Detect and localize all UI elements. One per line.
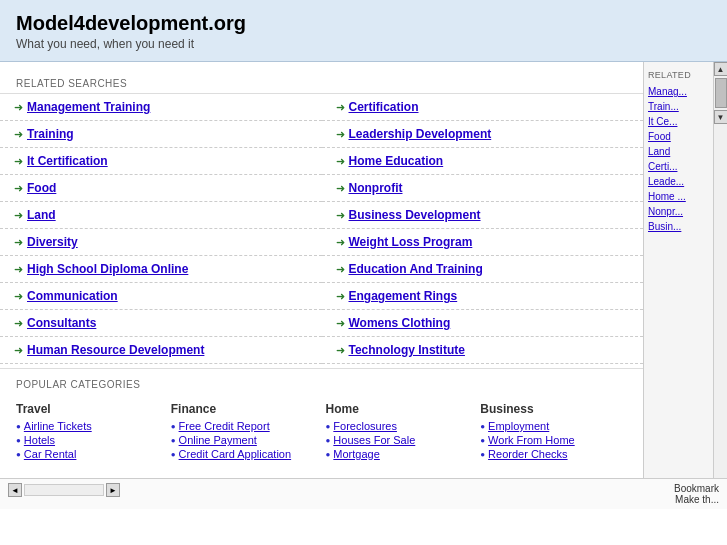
popular-item[interactable]: ●Hotels — [16, 434, 163, 446]
popular-item[interactable]: ●Work From Home — [480, 434, 627, 446]
popular-link-0-2[interactable]: Car Rental — [24, 448, 77, 460]
right-panel-link-8[interactable]: Nonpr... — [648, 206, 709, 217]
arrow-icon: ➜ — [336, 101, 345, 114]
site-title: Model4development.org — [16, 12, 711, 35]
link-right-9[interactable]: Technology Institute — [349, 343, 465, 357]
link-left-6[interactable]: High School Diploma Online — [27, 262, 188, 276]
link-left-5[interactable]: Diversity — [27, 235, 78, 249]
link-right-1[interactable]: Leadership Development — [349, 127, 492, 141]
link-cell-left[interactable]: ➜Human Resource Development — [0, 337, 322, 364]
popular-link-2-0[interactable]: Foreclosures — [333, 420, 397, 432]
popular-link-1-2[interactable]: Credit Card Application — [179, 448, 292, 460]
link-right-4[interactable]: Business Development — [349, 208, 481, 222]
right-panel-link-1[interactable]: Train... — [648, 101, 709, 112]
link-right-8[interactable]: Womens Clothing — [349, 316, 451, 330]
popular-link-2-2[interactable]: Mortgage — [333, 448, 379, 460]
link-right-2[interactable]: Home Education — [349, 154, 444, 168]
popular-col-3: Business●Employment●Work From Home●Reord… — [480, 402, 627, 462]
link-cell-right[interactable]: ➜Technology Institute — [322, 337, 644, 364]
link-cell-left[interactable]: ➜Diversity — [0, 229, 322, 256]
scroll-right-button[interactable]: ► — [106, 483, 120, 497]
link-right-5[interactable]: Weight Loss Program — [349, 235, 473, 249]
arrow-icon: ➜ — [14, 155, 23, 168]
popular-item[interactable]: ●Houses For Sale — [326, 434, 473, 446]
link-right-3[interactable]: Nonprofit — [349, 181, 403, 195]
link-cell-left[interactable]: ➜Consultants — [0, 310, 322, 337]
popular-item[interactable]: ●Mortgage — [326, 448, 473, 460]
category-name: Finance — [171, 402, 318, 416]
popular-link-2-1[interactable]: Houses For Sale — [333, 434, 415, 446]
link-cell-left[interactable]: ➜Communication — [0, 283, 322, 310]
link-left-8[interactable]: Consultants — [27, 316, 96, 330]
link-cell-left[interactable]: ➜Land — [0, 202, 322, 229]
arrow-icon: ➜ — [336, 236, 345, 249]
link-cell-left[interactable]: ➜It Certification — [0, 148, 322, 175]
link-cell-right[interactable]: ➜Certification — [322, 94, 644, 121]
popular-grid: Travel●Airline Tickets●Hotels●Car Rental… — [16, 402, 627, 462]
scroll-thumb[interactable] — [715, 78, 727, 108]
popular-item[interactable]: ●Online Payment — [171, 434, 318, 446]
right-panel-link-9[interactable]: Busin... — [648, 221, 709, 232]
right-panel-link-6[interactable]: Leade... — [648, 176, 709, 187]
scroll-up-button[interactable]: ▲ — [714, 62, 728, 76]
right-panel-link-4[interactable]: Land — [648, 146, 709, 157]
link-cell-left[interactable]: ➜Management Training — [0, 94, 322, 121]
popular-col-1: Finance●Free Credit Report●Online Paymen… — [171, 402, 318, 462]
arrow-icon: ➜ — [14, 317, 23, 330]
popular-link-1-1[interactable]: Online Payment — [179, 434, 257, 446]
link-cell-left[interactable]: ➜Training — [0, 121, 322, 148]
popular-item[interactable]: ●Reorder Checks — [480, 448, 627, 460]
link-left-4[interactable]: Land — [27, 208, 56, 222]
popular-link-3-2[interactable]: Reorder Checks — [488, 448, 567, 460]
popular-link-1-0[interactable]: Free Credit Report — [179, 420, 270, 432]
link-cell-right[interactable]: ➜Education And Training — [322, 256, 644, 283]
popular-item[interactable]: ●Airline Tickets — [16, 420, 163, 432]
popular-link-3-0[interactable]: Employment — [488, 420, 549, 432]
link-cell-left[interactable]: ➜Food — [0, 175, 322, 202]
right-panel-link-2[interactable]: It Ce... — [648, 116, 709, 127]
page-header: Model4development.org What you need, whe… — [0, 0, 727, 62]
link-left-7[interactable]: Communication — [27, 289, 118, 303]
link-right-0[interactable]: Certification — [349, 100, 419, 114]
popular-link-0-0[interactable]: Airline Tickets — [24, 420, 92, 432]
arrow-icon: ➜ — [336, 317, 345, 330]
link-right-7[interactable]: Engagement Rings — [349, 289, 458, 303]
popular-link-3-1[interactable]: Work From Home — [488, 434, 575, 446]
popular-item[interactable]: ●Foreclosures — [326, 420, 473, 432]
link-cell-right[interactable]: ➜Womens Clothing — [322, 310, 644, 337]
link-left-3[interactable]: Food — [27, 181, 56, 195]
link-left-1[interactable]: Training — [27, 127, 74, 141]
link-left-9[interactable]: Human Resource Development — [27, 343, 204, 357]
popular-item[interactable]: ●Credit Card Application — [171, 448, 318, 460]
arrow-icon: ➜ — [336, 209, 345, 222]
popular-item[interactable]: ●Car Rental — [16, 448, 163, 460]
link-right-6[interactable]: Education And Training — [349, 262, 483, 276]
right-panel-link-3[interactable]: Food — [648, 131, 709, 142]
scroll-left-button[interactable]: ◄ — [8, 483, 22, 497]
link-cell-left[interactable]: ➜High School Diploma Online — [0, 256, 322, 283]
right-panel-link-5[interactable]: Certi... — [648, 161, 709, 172]
arrow-icon: ➜ — [336, 128, 345, 141]
vertical-scrollbar[interactable]: ▲ ▼ — [713, 62, 727, 478]
link-cell-right[interactable]: ➜Business Development — [322, 202, 644, 229]
link-cell-right[interactable]: ➜Leadership Development — [322, 121, 644, 148]
link-cell-right[interactable]: ➜Home Education — [322, 148, 644, 175]
arrow-icon: ➜ — [14, 263, 23, 276]
popular-item[interactable]: ●Employment — [480, 420, 627, 432]
link-left-0[interactable]: Management Training — [27, 100, 150, 114]
popular-item[interactable]: ●Free Credit Report — [171, 420, 318, 432]
scroll-down-button[interactable]: ▼ — [714, 110, 728, 124]
link-left-2[interactable]: It Certification — [27, 154, 108, 168]
right-panel-link-7[interactable]: Home ... — [648, 191, 709, 202]
popular-col-0: Travel●Airline Tickets●Hotels●Car Rental — [16, 402, 163, 462]
arrow-icon: ➜ — [336, 290, 345, 303]
link-cell-right[interactable]: ➜Engagement Rings — [322, 283, 644, 310]
arrow-icon: ➜ — [336, 344, 345, 357]
popular-link-0-1[interactable]: Hotels — [24, 434, 55, 446]
link-cell-right[interactable]: ➜Weight Loss Program — [322, 229, 644, 256]
horizontal-scrollbar[interactable]: ◄ ► — [8, 483, 120, 497]
bullet-icon: ● — [16, 436, 21, 445]
link-cell-right[interactable]: ➜Nonprofit — [322, 175, 644, 202]
bullet-icon: ● — [171, 436, 176, 445]
right-panel-link-0[interactable]: Manag... — [648, 86, 709, 97]
